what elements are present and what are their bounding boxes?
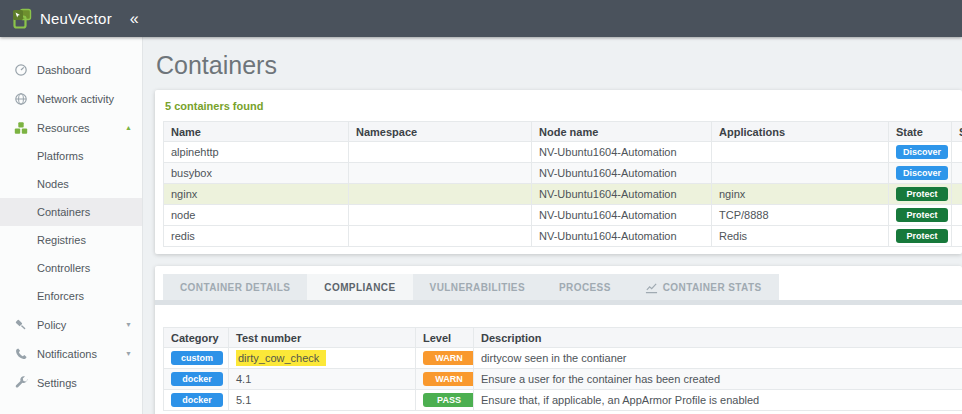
cell-test-number: 5.1	[229, 390, 416, 411]
sidebar-item-label: Nodes	[37, 178, 69, 190]
table-row[interactable]: node NV-Ubuntu1604-Automation TCP/8888 P…	[164, 205, 962, 226]
category-badge: custom	[171, 351, 223, 365]
table-row[interactable]: redis NV-Ubuntu1604-Automation Redis Pro…	[164, 226, 962, 247]
cell-truncated	[952, 184, 962, 205]
table-row[interactable]: alpinehttp NV-Ubuntu1604-Automation Disc…	[164, 142, 962, 163]
tab-container-stats[interactable]: CONTAINER STATS	[628, 274, 779, 300]
containers-table: Name Namespace Node name Applications St…	[163, 121, 962, 247]
cell-truncated	[952, 163, 962, 184]
sidebar-item-enforcers[interactable]: Enforcers	[0, 282, 142, 310]
detail-tabs: CONTAINER DETAILS COMPLIANCE VULNERABILI…	[155, 266, 962, 300]
cell-node: NV-Ubuntu1604-Automation	[532, 205, 712, 226]
cell-truncated	[952, 142, 962, 163]
level-badge: WARN	[423, 351, 474, 365]
cell-name: node	[164, 205, 349, 226]
sidebar-item-label: Enforcers	[37, 290, 84, 302]
sidebar: Dashboard Network activity Resources ▲	[0, 37, 143, 414]
cell-description: Ensure that, if applicable, an AppArmor …	[474, 390, 962, 411]
neuvector-app: NeuVector « Dashboard Network activity	[0, 0, 962, 414]
status-badge[interactable]: Protect	[896, 208, 948, 222]
cell-name: busybox	[164, 163, 349, 184]
sidebar-item-label: Dashboard	[37, 64, 91, 76]
tab-process[interactable]: PROCESS	[542, 274, 628, 300]
phone-icon	[14, 347, 28, 361]
sidebar-item-label: Policy	[37, 319, 66, 331]
compliance-row[interactable]: docker 4.1 WARN Ensure a user for the co…	[164, 369, 962, 390]
cell-node: NV-Ubuntu1604-Automation	[532, 226, 712, 247]
cell-namespace	[349, 226, 532, 247]
cell-applications	[712, 163, 889, 184]
cell-name: nginx	[164, 184, 349, 205]
cell-test-number: 4.1	[229, 369, 416, 390]
level-badge: WARN	[423, 372, 474, 386]
chevron-down-icon: ▼	[125, 321, 132, 328]
sidebar-item-label: Network activity	[37, 93, 114, 105]
compliance-row[interactable]: docker 5.1 PASS Ensure that, if applicab…	[164, 390, 962, 411]
compliance-row[interactable]: custom dirty_cow_check WARN dirtycow see…	[164, 348, 962, 369]
sidebar-item-containers[interactable]: Containers	[0, 198, 142, 226]
cell-applications: Redis	[712, 226, 889, 247]
cell-node: NV-Ubuntu1604-Automation	[532, 184, 712, 205]
column-header-category[interactable]: Category	[164, 328, 229, 348]
sidebar-item-controllers[interactable]: Controllers	[0, 254, 142, 282]
sidebar-item-nodes[interactable]: Nodes	[0, 170, 142, 198]
sidebar-item-notifications[interactable]: Notifications ▼	[0, 339, 142, 368]
table-row-selected[interactable]: nginx NV-Ubuntu1604-Automation nginx Pro…	[164, 184, 962, 205]
tab-vulnerabilities[interactable]: VULNERABILITIES	[413, 274, 542, 300]
tab-container-details[interactable]: CONTAINER DETAILS	[163, 274, 307, 300]
topbar: NeuVector «	[0, 0, 962, 37]
chart-icon	[645, 281, 658, 294]
tab-label: CONTAINER STATS	[663, 282, 762, 293]
brand-title: NeuVector	[40, 10, 112, 27]
column-header-description[interactable]: Description	[474, 328, 962, 348]
tab-compliance[interactable]: COMPLIANCE	[307, 274, 412, 300]
compliance-table: Category Test number Level Description c…	[163, 327, 962, 411]
tab-label: PROCESS	[559, 282, 611, 293]
column-header-applications[interactable]: Applications	[712, 122, 889, 142]
sidebar-item-label: Platforms	[37, 150, 83, 162]
containers-table-header: Name Namespace Node name Applications St…	[164, 122, 962, 142]
resources-icon	[14, 121, 28, 135]
tab-label: COMPLIANCE	[324, 282, 395, 293]
sidebar-collapse-button[interactable]: «	[130, 11, 139, 27]
wrench-icon	[14, 376, 28, 390]
cell-applications: nginx	[712, 184, 889, 205]
cell-node: NV-Ubuntu1604-Automation	[532, 142, 712, 163]
sidebar-item-label: Containers	[37, 206, 90, 218]
status-badge[interactable]: Discover	[896, 145, 948, 159]
table-row[interactable]: busybox NV-Ubuntu1604-Automation Discove…	[164, 163, 962, 184]
sidebar-item-resources[interactable]: Resources ▲	[0, 113, 142, 142]
sidebar-item-settings[interactable]: Settings	[0, 368, 142, 397]
column-header-level[interactable]: Level	[416, 328, 474, 348]
neuvector-logo-icon	[10, 7, 34, 31]
sidebar-item-label: Controllers	[37, 262, 90, 274]
tab-label: CONTAINER DETAILS	[180, 282, 290, 293]
cell-truncated	[952, 226, 962, 247]
globe-icon	[14, 92, 28, 106]
cell-truncated	[952, 205, 962, 226]
status-badge[interactable]: Protect	[896, 187, 948, 201]
gavel-icon	[14, 318, 28, 332]
sidebar-item-network-activity[interactable]: Network activity	[0, 84, 142, 113]
column-header-test-number[interactable]: Test number	[229, 328, 416, 348]
column-header-name[interactable]: Name	[164, 122, 349, 142]
dashboard-icon	[14, 63, 28, 77]
column-header-node-name[interactable]: Node name	[532, 122, 712, 142]
sidebar-item-label: Resources	[37, 122, 90, 134]
level-badge: PASS	[423, 393, 474, 407]
sidebar-item-dashboard[interactable]: Dashboard	[0, 55, 142, 84]
status-badge[interactable]: Discover	[896, 166, 948, 180]
containers-count: 5 containers found	[165, 100, 962, 112]
page-title: Containers	[156, 51, 962, 80]
cell-applications	[712, 142, 889, 163]
sidebar-item-registries[interactable]: Registries	[0, 226, 142, 254]
column-header-truncated[interactable]: Se	[952, 122, 962, 142]
compliance-panel: Category Test number Level Description c…	[155, 305, 962, 411]
cell-node: NV-Ubuntu1604-Automation	[532, 163, 712, 184]
cell-namespace	[349, 184, 532, 205]
status-badge[interactable]: Protect	[896, 229, 948, 243]
sidebar-item-policy[interactable]: Policy ▼	[0, 310, 142, 339]
sidebar-item-platforms[interactable]: Platforms	[0, 142, 142, 170]
column-header-namespace[interactable]: Namespace	[349, 122, 532, 142]
column-header-state[interactable]: State	[889, 122, 952, 142]
